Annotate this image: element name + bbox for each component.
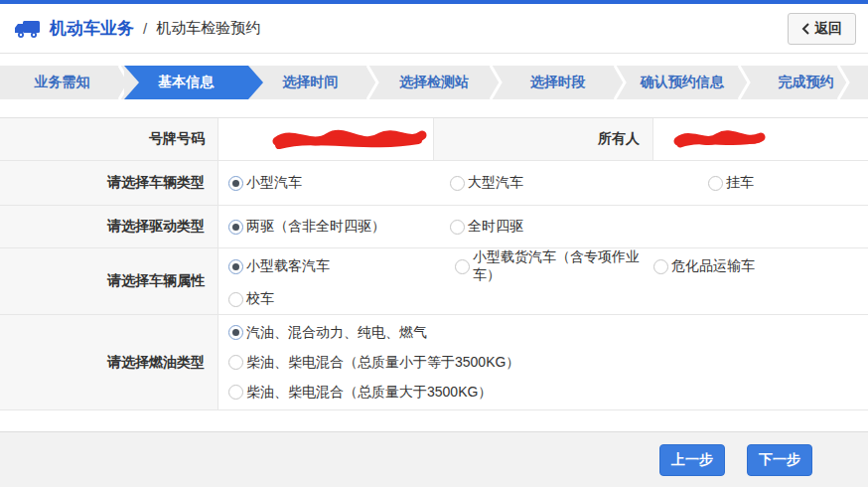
wizard-steps: 业务需知 基本信息 选择时间 选择检测站 选择时段 确认预约信息 完成预约 xyxy=(0,66,868,99)
step-complete[interactable]: 完成预约 xyxy=(744,66,868,99)
row-vehicle-type: 请选择车辆类型 小型汽车 大型汽车 挂车 xyxy=(0,161,868,206)
page-title: 机动车业务 xyxy=(50,17,134,40)
next-step-button[interactable]: 下一步 xyxy=(747,444,812,476)
radio-school-bus[interactable] xyxy=(228,292,243,307)
radio-small-passenger[interactable] xyxy=(228,259,243,274)
radio-diesel-over-3500kg[interactable] xyxy=(228,385,243,400)
radio-two-wheel-drive[interactable] xyxy=(228,220,243,235)
breadcrumb-current: 机动车检验预约 xyxy=(156,19,260,38)
step-select-timeslot[interactable]: 选择时段 xyxy=(496,66,620,99)
step-confirm-info[interactable]: 确认预约信息 xyxy=(620,66,744,99)
row-vehicle-attribute: 请选择车辆属性 小型载客汽车 小型载货汽车（含专项作业车） 危化品运输车 xyxy=(0,248,868,315)
radio-option-gasoline-hybrid-electric-gas[interactable]: 汽油、混合动力、纯电、燃气 xyxy=(228,324,427,342)
vehicle-attribute-label: 请选择车辆属性 xyxy=(0,248,218,314)
radio-option-diesel-over-3500kg[interactable]: 柴油、柴电混合（总质量大于3500KG） xyxy=(228,384,492,402)
vehicle-attribute-options: 小型载客汽车 小型载货汽车（含专项作业车） 危化品运输车 校车 xyxy=(218,248,868,314)
step-select-station[interactable]: 选择检测站 xyxy=(372,66,497,99)
radio-trailer[interactable] xyxy=(708,176,723,191)
previous-step-button[interactable]: 上一步 xyxy=(659,444,725,476)
radio-small-car[interactable] xyxy=(228,176,243,191)
row-fuel-type: 请选择燃油类型 汽油、混合动力、纯电、燃气 柴油、柴电混合（总质量小于等于350… xyxy=(0,315,868,410)
appointment-form: 号牌号码 所有人 请选择车辆类型 小型汽车 大型汽车 xyxy=(0,117,868,410)
fuel-option-line-3: 柴油、柴电混合（总质量大于3500KG） xyxy=(228,378,492,407)
radio-hazmat-transport[interactable] xyxy=(653,259,668,274)
fuel-option-line-1: 汽油、混合动力、纯电、燃气 xyxy=(228,318,427,348)
back-chevron-icon xyxy=(801,23,809,35)
row-drive-type: 请选择驱动类型 两驱（含非全时四驱） 全时四驱 xyxy=(0,206,868,248)
fuel-option-line-2: 柴油、柴电混合（总质量小于等于3500KG） xyxy=(228,348,519,378)
row-plate-owner: 号牌号码 所有人 xyxy=(0,118,868,161)
step-service-notice[interactable]: 业务需知 xyxy=(0,66,124,99)
drive-type-label: 请选择驱动类型 xyxy=(0,206,218,247)
page-header: 机动车业务 / 机动车检验预约 返回 xyxy=(0,4,868,54)
radio-option-small-car[interactable]: 小型汽车 xyxy=(228,174,450,192)
radio-option-large-car[interactable]: 大型汽车 xyxy=(450,174,708,192)
radio-option-school-bus[interactable]: 校车 xyxy=(228,290,274,308)
radio-option-trailer[interactable]: 挂车 xyxy=(708,174,754,192)
radio-option-hazmat-transport[interactable]: 危化品运输车 xyxy=(653,257,755,275)
truck-icon xyxy=(14,18,42,40)
step-separator-icon xyxy=(836,66,850,99)
attribute-options-line-2: 校车 xyxy=(228,284,274,314)
radio-option-full-time-4wd[interactable]: 全时四驱 xyxy=(450,218,523,236)
radio-diesel-under-3500kg[interactable] xyxy=(228,355,243,370)
owner-label: 所有人 xyxy=(434,118,653,160)
plate-redaction-scribble xyxy=(271,126,428,152)
radio-option-small-passenger[interactable]: 小型载客汽车 xyxy=(228,257,455,275)
plate-number-label: 号牌号码 xyxy=(0,118,218,160)
back-button-label: 返回 xyxy=(814,20,842,38)
step-select-time[interactable]: 选择时间 xyxy=(248,66,372,99)
owner-redaction-scribble xyxy=(673,127,768,151)
vehicle-type-options: 小型汽车 大型汽车 挂车 xyxy=(218,161,868,205)
drive-type-options: 两驱（含非全时四驱） 全时四驱 xyxy=(218,206,868,247)
radio-option-two-wheel-drive[interactable]: 两驱（含非全时四驱） xyxy=(228,218,450,236)
form-footer: 上一步 下一步 xyxy=(0,431,868,487)
plate-number-value xyxy=(218,118,434,160)
vehicle-type-label: 请选择车辆类型 xyxy=(0,161,218,205)
radio-small-cargo[interactable] xyxy=(455,259,470,274)
radio-gasoline-hybrid-electric-gas[interactable] xyxy=(228,325,243,340)
fuel-type-options: 汽油、混合动力、纯电、燃气 柴油、柴电混合（总质量小于等于3500KG） 柴油、… xyxy=(218,315,868,409)
step-basic-info[interactable]: 基本信息 xyxy=(124,66,248,99)
breadcrumb-separator: / xyxy=(143,20,147,37)
attribute-options-line-1: 小型载客汽车 小型载货汽车（含专项作业车） 危化品运输车 xyxy=(228,248,755,284)
fuel-type-label: 请选择燃油类型 xyxy=(0,315,218,409)
radio-option-diesel-under-3500kg[interactable]: 柴油、柴电混合（总质量小于等于3500KG） xyxy=(228,354,519,372)
radio-option-small-cargo[interactable]: 小型载货汽车（含专项作业车） xyxy=(455,248,653,284)
radio-full-time-4wd[interactable] xyxy=(450,220,465,235)
owner-value xyxy=(653,118,868,160)
back-button[interactable]: 返回 xyxy=(788,13,856,45)
radio-large-car[interactable] xyxy=(450,176,465,191)
